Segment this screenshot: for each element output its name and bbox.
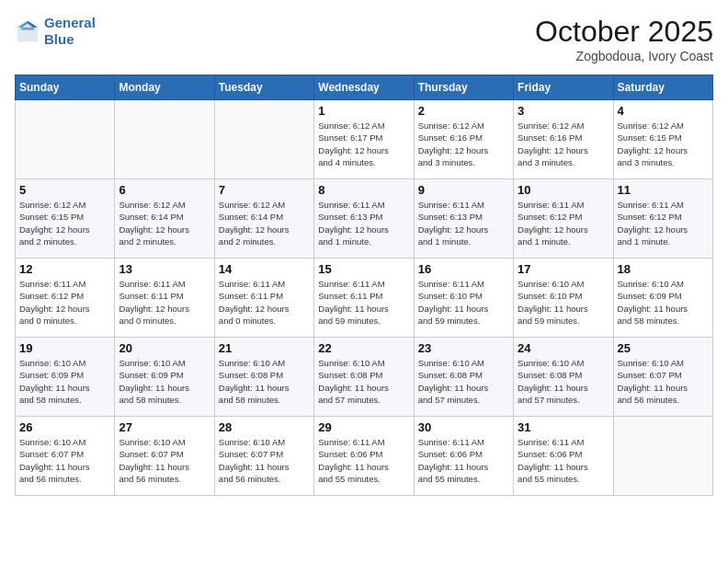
logo-blue: Blue [44, 31, 74, 47]
day-number: 26 [19, 420, 110, 434]
day-number: 22 [318, 341, 409, 355]
weekday-header-thursday: Thursday [414, 75, 513, 100]
day-number: 30 [418, 420, 509, 434]
location-subtitle: Zogbodoua, Ivory Coast [535, 49, 713, 63]
calendar-cell: 2Sunrise: 6:12 AM Sunset: 6:16 PM Daylig… [414, 100, 513, 179]
calendar-cell: 11Sunrise: 6:11 AM Sunset: 6:12 PM Dayli… [613, 179, 712, 259]
calendar-cell: 10Sunrise: 6:11 AM Sunset: 6:12 PM Dayli… [514, 179, 613, 259]
calendar-cell: 27Sunrise: 6:10 AM Sunset: 6:07 PM Dayli… [115, 417, 214, 496]
day-number: 15 [318, 262, 409, 276]
day-info: Sunrise: 6:10 AM Sunset: 6:07 PM Dayligh… [19, 436, 110, 485]
calendar-cell [214, 100, 313, 179]
calendar-cell: 19Sunrise: 6:10 AM Sunset: 6:09 PM Dayli… [16, 338, 115, 417]
calendar-cell: 18Sunrise: 6:10 AM Sunset: 6:09 PM Dayli… [613, 259, 712, 338]
calendar-cell: 31Sunrise: 6:11 AM Sunset: 6:06 PM Dayli… [514, 417, 613, 496]
calendar-cell: 7Sunrise: 6:12 AM Sunset: 6:14 PM Daylig… [214, 179, 313, 259]
day-number: 2 [418, 104, 509, 118]
day-info: Sunrise: 6:10 AM Sunset: 6:07 PM Dayligh… [618, 357, 709, 406]
calendar-cell: 24Sunrise: 6:10 AM Sunset: 6:08 PM Dayli… [514, 338, 613, 417]
day-number: 25 [618, 341, 709, 355]
day-info: Sunrise: 6:10 AM Sunset: 6:09 PM Dayligh… [119, 357, 210, 406]
month-title: October 2025 [535, 15, 713, 49]
calendar-cell: 3Sunrise: 6:12 AM Sunset: 6:16 PM Daylig… [514, 100, 613, 179]
day-info: Sunrise: 6:11 AM Sunset: 6:12 PM Dayligh… [518, 199, 609, 247]
day-number: 4 [618, 104, 709, 118]
weekday-header-monday: Monday [115, 75, 214, 100]
title-block: October 2025 Zogbodoua, Ivory Coast [535, 15, 713, 63]
day-info: Sunrise: 6:11 AM Sunset: 6:12 PM Dayligh… [618, 199, 709, 247]
calendar-cell: 8Sunrise: 6:11 AM Sunset: 6:13 PM Daylig… [314, 179, 414, 259]
day-info: Sunrise: 6:12 AM Sunset: 6:15 PM Dayligh… [618, 120, 709, 168]
day-info: Sunrise: 6:12 AM Sunset: 6:14 PM Dayligh… [119, 199, 210, 247]
day-number: 3 [518, 104, 609, 118]
day-number: 14 [219, 262, 310, 276]
svg-marker-0 [17, 21, 38, 41]
calendar-cell: 21Sunrise: 6:10 AM Sunset: 6:08 PM Dayli… [214, 338, 313, 417]
day-info: Sunrise: 6:11 AM Sunset: 6:11 PM Dayligh… [119, 278, 210, 327]
calendar-cell: 12Sunrise: 6:11 AM Sunset: 6:12 PM Dayli… [16, 259, 115, 338]
calendar-cell: 1Sunrise: 6:12 AM Sunset: 6:17 PM Daylig… [314, 100, 414, 179]
day-number: 21 [219, 341, 310, 355]
calendar-cell: 28Sunrise: 6:10 AM Sunset: 6:07 PM Dayli… [214, 417, 313, 496]
calendar-cell: 16Sunrise: 6:11 AM Sunset: 6:10 PM Dayli… [414, 259, 513, 338]
weekday-header-sunday: Sunday [16, 75, 115, 100]
day-number: 18 [618, 262, 709, 276]
calendar-cell: 14Sunrise: 6:11 AM Sunset: 6:11 PM Dayli… [214, 259, 313, 338]
day-number: 17 [518, 262, 609, 276]
calendar-cell: 9Sunrise: 6:11 AM Sunset: 6:13 PM Daylig… [414, 179, 513, 259]
calendar-cell [613, 417, 712, 496]
day-number: 11 [618, 183, 709, 197]
calendar-cell [115, 100, 214, 179]
day-info: Sunrise: 6:10 AM Sunset: 6:08 PM Dayligh… [318, 357, 409, 406]
day-info: Sunrise: 6:11 AM Sunset: 6:06 PM Dayligh… [418, 436, 509, 485]
calendar-cell: 22Sunrise: 6:10 AM Sunset: 6:08 PM Dayli… [314, 338, 414, 417]
day-info: Sunrise: 6:12 AM Sunset: 6:16 PM Dayligh… [518, 120, 609, 168]
page-header: General Blue October 2025 Zogbodoua, Ivo… [15, 15, 713, 63]
weekday-header-friday: Friday [514, 75, 613, 100]
day-info: Sunrise: 6:11 AM Sunset: 6:13 PM Dayligh… [318, 199, 409, 247]
day-info: Sunrise: 6:10 AM Sunset: 6:07 PM Dayligh… [119, 436, 210, 485]
day-number: 7 [219, 183, 310, 197]
day-info: Sunrise: 6:11 AM Sunset: 6:11 PM Dayligh… [219, 278, 310, 327]
day-info: Sunrise: 6:11 AM Sunset: 6:10 PM Dayligh… [418, 278, 509, 327]
day-info: Sunrise: 6:10 AM Sunset: 6:07 PM Dayligh… [219, 436, 310, 485]
day-info: Sunrise: 6:12 AM Sunset: 6:17 PM Dayligh… [318, 120, 409, 168]
calendar-cell: 6Sunrise: 6:12 AM Sunset: 6:14 PM Daylig… [115, 179, 214, 259]
calendar-cell: 30Sunrise: 6:11 AM Sunset: 6:06 PM Dayli… [414, 417, 513, 496]
day-info: Sunrise: 6:11 AM Sunset: 6:13 PM Dayligh… [418, 199, 509, 247]
day-info: Sunrise: 6:10 AM Sunset: 6:08 PM Dayligh… [219, 357, 310, 406]
calendar-cell: 25Sunrise: 6:10 AM Sunset: 6:07 PM Dayli… [613, 338, 712, 417]
day-info: Sunrise: 6:12 AM Sunset: 6:16 PM Dayligh… [418, 120, 509, 168]
weekday-header-saturday: Saturday [613, 75, 712, 100]
day-number: 28 [219, 420, 310, 434]
logo-general: General [44, 15, 96, 30]
day-info: Sunrise: 6:11 AM Sunset: 6:11 PM Dayligh… [318, 278, 409, 327]
day-number: 29 [318, 420, 409, 434]
day-number: 1 [318, 104, 409, 118]
day-number: 19 [19, 341, 110, 355]
day-number: 31 [518, 420, 609, 434]
day-number: 13 [119, 262, 210, 276]
day-number: 23 [418, 341, 509, 355]
calendar-cell: 29Sunrise: 6:11 AM Sunset: 6:06 PM Dayli… [314, 417, 414, 496]
logo: General Blue [15, 15, 96, 48]
calendar-cell: 17Sunrise: 6:10 AM Sunset: 6:10 PM Dayli… [514, 259, 613, 338]
weekday-header-wednesday: Wednesday [314, 75, 414, 100]
day-number: 9 [418, 183, 509, 197]
day-number: 24 [518, 341, 609, 355]
calendar-cell: 20Sunrise: 6:10 AM Sunset: 6:09 PM Dayli… [115, 338, 214, 417]
svg-rect-3 [21, 28, 34, 30]
calendar-cell [16, 100, 115, 179]
calendar-table: SundayMondayTuesdayWednesdayThursdayFrid… [15, 75, 713, 496]
day-info: Sunrise: 6:11 AM Sunset: 6:06 PM Dayligh… [318, 436, 409, 485]
calendar-cell: 26Sunrise: 6:10 AM Sunset: 6:07 PM Dayli… [16, 417, 115, 496]
calendar-cell: 23Sunrise: 6:10 AM Sunset: 6:08 PM Dayli… [414, 338, 513, 417]
day-number: 12 [19, 262, 110, 276]
day-number: 10 [518, 183, 609, 197]
day-number: 6 [119, 183, 210, 197]
weekday-header-tuesday: Tuesday [214, 75, 313, 100]
day-info: Sunrise: 6:10 AM Sunset: 6:09 PM Dayligh… [618, 278, 709, 327]
calendar-cell: 4Sunrise: 6:12 AM Sunset: 6:15 PM Daylig… [613, 100, 712, 179]
logo-icon [15, 18, 40, 44]
day-info: Sunrise: 6:10 AM Sunset: 6:09 PM Dayligh… [19, 357, 110, 406]
